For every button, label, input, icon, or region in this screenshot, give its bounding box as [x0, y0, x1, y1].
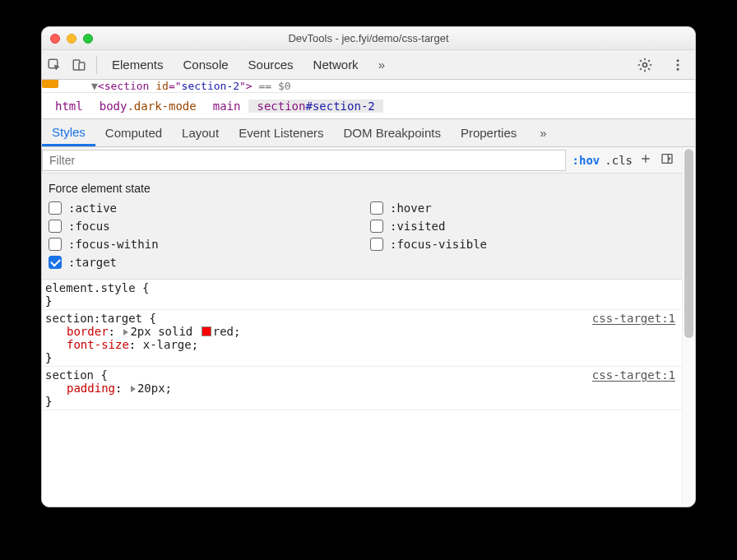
subtab-dom-breakpoints[interactable]: DOM Breakpoints — [334, 119, 451, 146]
expand-icon[interactable] — [131, 386, 136, 392]
settings-icon[interactable] — [633, 57, 657, 73]
warning-badge-icon — [42, 80, 58, 88]
inspect-element-icon[interactable] — [42, 50, 67, 79]
force-state-hover[interactable]: :hover — [370, 201, 675, 215]
color-swatch-icon[interactable] — [202, 326, 211, 336]
force-state-label: :focus — [68, 220, 110, 233]
force-state-target[interactable]: :target — [49, 256, 354, 269]
rule-selector[interactable]: section { — [45, 368, 108, 382]
style-rules-list: element.style {}section:target {css-targ… — [42, 280, 682, 507]
subtab-styles[interactable]: Styles — [42, 119, 95, 146]
force-state-focus-visible[interactable]: :focus-visible — [370, 238, 675, 251]
breadcrumb-main[interactable]: main — [205, 100, 249, 113]
breadcrumb: html body.dark-mode main section#section… — [42, 93, 695, 119]
main-toolbar: Elements Console Sources Network » — [42, 50, 695, 80]
sidebar-tabs: Styles Computed Layout Event Listeners D… — [42, 119, 695, 147]
rule-selector[interactable]: element.style { — [45, 281, 149, 294]
computed-sidebar-toggle-icon[interactable] — [659, 152, 675, 168]
styles-toolbar: :hov .cls — [42, 147, 682, 174]
style-rule[interactable]: section {css-target:1padding: 20px;} — [42, 367, 682, 410]
force-state-label: :active — [68, 201, 117, 215]
style-declaration[interactable]: padding: 20px; — [67, 382, 675, 395]
checkbox-icon[interactable] — [370, 220, 383, 233]
subtab-event-listeners[interactable]: Event Listeners — [229, 119, 333, 146]
vertical-scrollbar[interactable] — [682, 147, 695, 507]
style-declaration[interactable]: border: 2px solid red; — [67, 325, 675, 338]
elements-tree-peek[interactable]: ▼<section id="section-2"> == $0 — [42, 80, 695, 93]
force-element-state-pane: Force element state :active:hover:focus:… — [42, 174, 682, 280]
more-subtabs-button[interactable]: » — [530, 119, 553, 146]
window-title: DevTools - jec.fyi/demo/css-target — [42, 32, 695, 44]
checkbox-icon[interactable] — [49, 238, 62, 251]
checkbox-icon[interactable] — [49, 201, 62, 215]
force-state-focus-within[interactable]: :focus-within — [49, 238, 354, 251]
subtab-properties[interactable]: Properties — [451, 119, 526, 146]
rule-source-link[interactable]: css-target:1 — [592, 312, 675, 325]
svg-rect-2 — [79, 62, 85, 70]
toggle-hover-states-button[interactable]: :hov — [572, 154, 600, 167]
force-state-visited[interactable]: :visited — [370, 220, 675, 233]
toggle-classes-button[interactable]: .cls — [605, 154, 633, 167]
scrollbar-thumb[interactable] — [684, 149, 693, 338]
checkbox-icon[interactable] — [49, 220, 62, 233]
force-state-label: :hover — [390, 201, 432, 215]
svg-point-4 — [677, 59, 679, 62]
checkbox-icon[interactable] — [370, 201, 383, 215]
panel-tabs: Elements Console Sources Network » — [102, 50, 392, 79]
style-rule[interactable]: element.style {} — [42, 280, 682, 310]
tab-console[interactable]: Console — [174, 50, 239, 79]
tab-elements[interactable]: Elements — [102, 50, 174, 79]
more-tabs-button[interactable]: » — [368, 50, 392, 79]
force-state-label: :target — [68, 256, 117, 269]
zoom-window-button[interactable] — [83, 34, 93, 44]
svg-point-6 — [677, 67, 679, 70]
style-rule[interactable]: section:target {css-target:1border: 2px … — [42, 310, 682, 367]
close-window-button[interactable] — [50, 34, 60, 44]
svg-point-3 — [643, 62, 647, 67]
breadcrumb-html[interactable]: html — [47, 100, 91, 113]
subtab-layout[interactable]: Layout — [172, 119, 229, 146]
checkbox-icon[interactable] — [370, 238, 383, 251]
style-declaration[interactable]: font-size: x-large; — [67, 338, 675, 351]
breadcrumb-body[interactable]: body.dark-mode — [91, 100, 205, 113]
new-style-rule-button[interactable] — [637, 152, 654, 168]
devtools-window: DevTools - jec.fyi/demo/css-target Eleme… — [41, 26, 696, 507]
force-state-active[interactable]: :active — [49, 201, 354, 215]
device-toolbar-icon[interactable] — [67, 50, 91, 79]
force-state-focus[interactable]: :focus — [49, 220, 354, 233]
rule-close-brace: } — [45, 294, 675, 308]
tab-sources[interactable]: Sources — [239, 50, 304, 79]
force-state-label: :focus-visible — [390, 238, 487, 251]
minimize-window-button[interactable] — [67, 34, 76, 44]
checkbox-icon[interactable] — [49, 256, 62, 269]
rule-source-link[interactable]: css-target:1 — [592, 368, 675, 382]
expand-icon[interactable] — [123, 329, 128, 336]
force-state-label: :visited — [390, 220, 445, 233]
toolbar-separator — [96, 56, 97, 74]
force-state-label: :focus-within — [68, 238, 159, 251]
breadcrumb-section[interactable]: section#section-2 — [248, 100, 382, 113]
customize-menu-icon[interactable] — [665, 58, 690, 72]
svg-rect-7 — [662, 155, 672, 164]
rule-selector[interactable]: section:target { — [45, 312, 156, 325]
tab-network[interactable]: Network — [304, 50, 368, 79]
styles-filter-input[interactable] — [42, 150, 566, 171]
rule-close-brace: } — [45, 351, 675, 364]
force-state-heading: Force element state — [49, 182, 675, 195]
rule-close-brace: } — [45, 395, 675, 408]
subtab-computed[interactable]: Computed — [95, 119, 172, 146]
window-controls — [50, 34, 93, 44]
svg-point-5 — [677, 63, 679, 66]
window-titlebar[interactable]: DevTools - jec.fyi/demo/css-target — [42, 27, 695, 50]
